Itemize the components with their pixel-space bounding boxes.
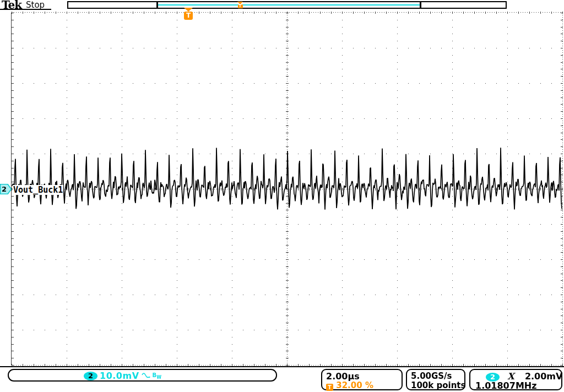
trigger-position-marker[interactable]: T	[184, 8, 193, 20]
trigger-position-value: 32.00 %	[336, 380, 373, 390]
record-trigger-t-icon: T	[238, 4, 243, 8]
acquisition-readout-box[interactable]: 5.00GS/s 100k points	[406, 369, 465, 390]
trigger-triangle-icon	[184, 8, 193, 12]
channel-badge: 2	[84, 372, 97, 380]
graticule-waveform-canvas	[0, 0, 564, 392]
trigger-t-small-icon: T	[326, 384, 333, 391]
trigger-t-icon: T	[184, 12, 193, 20]
channel-readout-box[interactable]: 2 10.0mV BW	[8, 369, 277, 382]
trigger-readout-box[interactable]: 2 X 2.00mV 1.01807MHz	[469, 369, 562, 390]
bandwidth-limit-icon: BW	[153, 372, 161, 380]
trigger-position-line: T 32.00 %	[326, 380, 373, 391]
record-trigger-marker[interactable]: T	[237, 2, 243, 8]
channel-2-position-marker[interactable]: 2	[0, 184, 12, 194]
record-window-right-bracket	[420, 2, 421, 8]
channel-scale: 10.0mV	[100, 371, 139, 381]
trigger-frequency-value: 1.01807MHz	[475, 380, 537, 391]
timebase-readout-box[interactable]: 2.00µs T 32.00 %	[321, 369, 403, 390]
record-waveform-preview-line	[158, 4, 420, 6]
sample-rate-value: 5.00GS/s	[411, 371, 452, 381]
graticule-bottom-separator	[0, 366, 564, 367]
record-view-bar[interactable]: T	[67, 1, 507, 9]
channel-marker-number: 2	[2, 185, 7, 193]
ac-coupling-icon	[142, 373, 150, 379]
channel-label: Vout_Buck1	[13, 185, 63, 195]
logo-underline	[0, 9, 51, 10]
oscilloscope-screen: Tek Stop T T 2 Vout_Buck1 2 10.0mV	[0, 0, 564, 392]
record-length-value: 100k points	[411, 380, 465, 390]
